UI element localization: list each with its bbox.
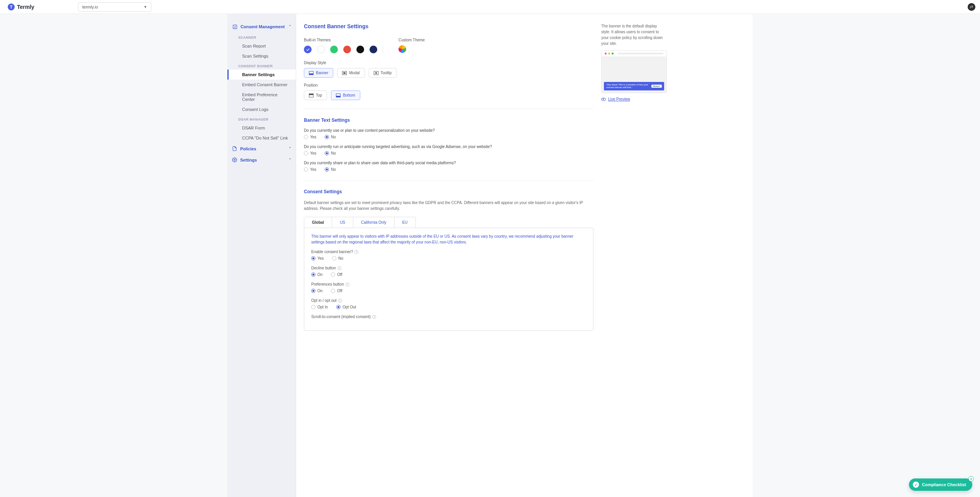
- sidebar-item-consent-logs[interactable]: Consent Logs: [227, 104, 296, 114]
- q2-yes[interactable]: Yes: [304, 151, 316, 155]
- field-label: Decline buttoni: [311, 266, 586, 270]
- gear-icon: [232, 157, 237, 162]
- group-consent-banner: CONSENT BANNER: [227, 61, 296, 70]
- prefs-off[interactable]: Off: [331, 289, 342, 293]
- brand-logo-icon: T: [8, 3, 15, 10]
- display-banner-button[interactable]: Banner: [304, 68, 333, 78]
- sidebar-item-embed-consent-banner[interactable]: Embed Consent Banner: [227, 80, 296, 90]
- theme-swatch-black[interactable]: [356, 46, 364, 53]
- info-icon[interactable]: i: [372, 315, 376, 319]
- theme-swatch-green[interactable]: [330, 46, 338, 53]
- setting-decline: Decline buttoni On Off: [311, 266, 586, 277]
- consent-settings-desc: Default banner settings are set to meet …: [304, 200, 593, 211]
- q1-yes[interactable]: Yes: [304, 135, 316, 139]
- main: Consent Banner Settings Built-in Themes: [296, 14, 753, 497]
- info-icon[interactable]: i: [354, 250, 358, 254]
- checkbox-icon: [232, 24, 237, 29]
- info-icon[interactable]: i: [337, 266, 341, 270]
- sidebar-item-ccpa-link[interactable]: CCPA "Do Not Sell" Link: [227, 133, 296, 143]
- tooltip-icon: [374, 71, 378, 75]
- preview-banner-text: "Hey there! This is a preview of how you…: [606, 83, 649, 89]
- avatar[interactable]: JT: [968, 3, 975, 11]
- divider: [304, 109, 593, 109]
- radio-icon: [311, 289, 315, 293]
- info-icon[interactable]: i: [338, 299, 342, 303]
- display-tooltip-button[interactable]: Tooltip: [369, 68, 397, 78]
- sidebar-item-dsar-form[interactable]: DSAR Form: [227, 123, 296, 133]
- theme-swatch-navy[interactable]: [370, 46, 377, 53]
- q3-no[interactable]: No: [325, 167, 336, 172]
- live-preview-link[interactable]: Live Preview: [601, 97, 667, 101]
- preview-banner: "Hey there! This is a preview of how you…: [604, 82, 664, 90]
- compliance-checklist-button[interactable]: ✓ Compliance Checklist 2: [909, 478, 972, 491]
- topbar: T Termly termly.io ▼ JT: [0, 0, 980, 14]
- setting-scroll: Scroll-to-consent (implied consent)i: [311, 315, 586, 319]
- chevron-up-icon: ˄: [289, 25, 291, 29]
- document-icon: [232, 146, 237, 151]
- prefs-on[interactable]: On: [311, 289, 322, 293]
- display-modal-button[interactable]: Modal: [337, 68, 365, 78]
- opt-in[interactable]: Opt In: [311, 305, 328, 309]
- sidebar-item-scan-settings[interactable]: Scan Settings: [227, 51, 296, 61]
- position-top-button[interactable]: Top: [304, 90, 327, 100]
- window-close-dot: [605, 53, 607, 54]
- compliance-badge: 2: [968, 476, 974, 482]
- site-selector[interactable]: termly.io ▼: [78, 2, 151, 12]
- tab-global[interactable]: Global: [304, 217, 332, 228]
- decline-on[interactable]: On: [311, 272, 322, 277]
- svg-point-1: [234, 159, 235, 160]
- radio-row: Yes No: [304, 135, 593, 139]
- tab-eu[interactable]: EU: [395, 217, 415, 228]
- preview-viewport: "Hey there! This is a preview of how you…: [602, 56, 666, 93]
- theme-swatch-blue[interactable]: [304, 46, 312, 53]
- decline-off[interactable]: Off: [331, 272, 342, 277]
- tab-california[interactable]: California Only: [353, 217, 395, 228]
- question-text: Do you currently use or plan to use cont…: [304, 128, 593, 133]
- question-text: Do you currently run or anticipate runni…: [304, 145, 593, 149]
- theme-swatch-white[interactable]: [317, 46, 325, 53]
- group-dsar: DSAR MANAGER: [227, 114, 296, 123]
- sidebar-item-banner-settings[interactable]: Banner Settings: [227, 70, 296, 80]
- check-icon: ✓: [913, 482, 919, 488]
- app-body: Consent Management ˄ SCANNER Scan Report…: [227, 14, 753, 497]
- nav-policies[interactable]: Policies ˅: [227, 143, 296, 154]
- chevron-down-icon: ˅: [289, 158, 291, 162]
- tab-body-global: This banner will only appear to visitors…: [304, 228, 593, 331]
- q2-no[interactable]: No: [325, 151, 336, 155]
- q3-yes[interactable]: Yes: [304, 167, 316, 172]
- tab-us[interactable]: US: [332, 217, 353, 228]
- setting-enable: Enable consent banner?i Yes No: [311, 250, 586, 260]
- q1-no[interactable]: No: [325, 135, 336, 139]
- display-style-label: Display Style: [304, 61, 593, 65]
- radio-icon: [331, 289, 335, 293]
- page-title: Consent Banner Settings: [304, 23, 593, 29]
- enable-yes[interactable]: Yes: [311, 256, 324, 260]
- radio-icon: [311, 272, 315, 277]
- radio-icon: [336, 305, 341, 309]
- opt-out[interactable]: Opt Out: [336, 305, 356, 309]
- position-options: Top Bottom: [304, 90, 593, 100]
- custom-theme: Custom Theme: [398, 38, 425, 53]
- right-help-text: The banner is the default display style.…: [601, 23, 667, 46]
- radio-icon: [311, 305, 315, 309]
- field-label: Scroll-to-consent (implied consent)i: [311, 315, 586, 319]
- field-label: Preferences buttoni: [311, 282, 586, 286]
- sidebar-item-scan-report[interactable]: Scan Report: [227, 41, 296, 51]
- question-2: Do you currently run or anticipate runni…: [304, 145, 593, 155]
- nav-consent-management[interactable]: Consent Management ˄: [227, 21, 296, 32]
- compliance-label: Compliance Checklist: [922, 482, 966, 487]
- enable-no[interactable]: No: [332, 256, 343, 260]
- position-label: Position: [304, 83, 593, 87]
- nav-settings[interactable]: Settings ˅: [227, 154, 296, 165]
- display-style-options: Banner Modal Tooltip: [304, 68, 593, 78]
- divider: [383, 45, 383, 54]
- sidebar-item-embed-preference-center[interactable]: Embed Preference Center: [227, 90, 296, 104]
- setting-prefs: Preferences buttoni On Off: [311, 282, 586, 293]
- info-icon[interactable]: i: [346, 283, 349, 286]
- position-bottom-button[interactable]: Bottom: [331, 90, 360, 100]
- field-label: Enable consent banner?i: [311, 250, 586, 254]
- question-text: Do you currently share or plan to share …: [304, 161, 593, 165]
- theme-swatch-red[interactable]: [343, 46, 351, 53]
- banner-icon: [309, 71, 314, 75]
- custom-theme-swatch[interactable]: [398, 45, 406, 53]
